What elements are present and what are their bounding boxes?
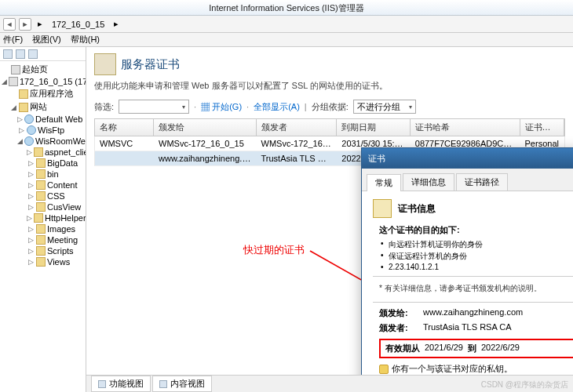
features-view-tab[interactable]: 功能视图 xyxy=(91,376,151,392)
tree-app-pools[interactable]: 应用程序池 xyxy=(0,87,86,100)
grid-cell: WMSVC xyxy=(95,136,154,151)
column-header[interactable]: 颁发给 xyxy=(154,119,257,136)
cert-note: 有关详细信息，请参考证书颁发机构的说明。 xyxy=(379,283,573,294)
folder-icon xyxy=(36,257,46,267)
tree-folder[interactable]: ▷CusView xyxy=(0,201,86,212)
content-pane: 服务器证书 使用此功能来申请和管理 Web 服务器可以对配置了 SSL 的网站使… xyxy=(86,47,573,392)
issued-to-row: 颁发给:www.zaihangzhineng.com xyxy=(379,307,573,319)
folder-icon xyxy=(36,235,46,245)
folder-icon xyxy=(19,103,28,112)
tree-folder[interactable]: ▷Content xyxy=(0,180,86,191)
folder-icon xyxy=(34,213,43,223)
cert-info-heading: 证书信息 xyxy=(398,202,436,216)
tree-start-page[interactable]: 起始页 xyxy=(0,63,86,76)
tree-server[interactable]: ◢172_16_0_15 (172_16_0_15 xyxy=(0,76,86,87)
window-titlebar: Internet Information Services (IIS)管理器 xyxy=(0,0,573,16)
cert-purpose-heading: 这个证书的目的如下: xyxy=(379,224,573,236)
filter-show-all[interactable]: 全部显示(A) xyxy=(254,101,300,113)
globe-icon xyxy=(27,125,36,135)
breadcrumb-arrow[interactable]: ▸ xyxy=(35,19,46,29)
breadcrumb-segment[interactable]: 172_16_0_15 xyxy=(49,20,108,29)
group-dropdown[interactable]: 不进行分组▾ xyxy=(353,100,416,114)
folder-icon xyxy=(36,180,46,190)
tree-site[interactable]: ▷Default Web Site xyxy=(0,114,86,125)
server-icon xyxy=(9,77,18,86)
address-bar: ◄ ► ▸ 172_16_0_15 ▸ xyxy=(0,16,573,33)
folder-icon xyxy=(36,246,46,256)
column-header[interactable]: 颁发者 xyxy=(257,119,338,136)
grid-cell: WMSvc-172_16_0_15 xyxy=(257,136,338,151)
private-key-note: 你有一个与该证书对应的私钥。 xyxy=(379,363,573,375)
page-description: 使用此功能来申请和管理 Web 服务器可以对配置了 SSL 的网站使用的证书。 xyxy=(86,78,573,98)
tree-folder[interactable]: ▷Meeting xyxy=(0,234,86,245)
server-certificates-icon xyxy=(94,53,116,75)
menu-view[interactable]: 视图(V) xyxy=(32,34,61,45)
dialog-titlebar[interactable]: 证书 ✕ xyxy=(362,148,573,169)
page-title: 服务器证书 xyxy=(121,57,180,72)
tree-folder[interactable]: ▷HttpHelper xyxy=(0,212,86,223)
sidebar-toolbar xyxy=(0,47,86,61)
tree-site[interactable]: ◢WisRoomWeb xyxy=(0,136,86,147)
cert-purpose-item: 向远程计算机证明你的身份 xyxy=(379,239,573,250)
cert-purpose-item: 2.23.140.1.2.1 xyxy=(379,263,573,271)
dialog-tabs: 常规 详细信息 证书路径 xyxy=(362,169,573,191)
folder-icon xyxy=(36,169,46,179)
tab-details[interactable]: 详细信息 xyxy=(403,173,454,191)
folder-icon xyxy=(34,147,43,157)
filter-go[interactable]: ▦ 开始(G) xyxy=(201,101,242,113)
connections-pane: 起始页 ◢172_16_0_15 (172_16_0_15 应用程序池 ◢网站 … xyxy=(0,47,86,392)
grid-cell: TrustAsia TLS RSA CA xyxy=(257,151,338,165)
tab-certpath[interactable]: 证书路径 xyxy=(456,173,508,191)
tree-folder[interactable]: ▷aspnet_client xyxy=(0,147,86,158)
filter-input[interactable]: ▾ xyxy=(119,100,189,114)
tree-sites[interactable]: ◢网站 xyxy=(0,100,86,114)
breadcrumb-arrow[interactable]: ▸ xyxy=(111,19,122,29)
menu-file[interactable]: 件(F) xyxy=(3,34,23,45)
dialog-body: 证书信息 这个证书的目的如下: 向远程计算机证明你的身份保证远程计算机的身份2.… xyxy=(362,191,573,392)
globe-icon xyxy=(24,114,34,124)
menu-help[interactable]: 帮助(H) xyxy=(71,34,100,45)
folder-icon xyxy=(19,89,28,99)
key-icon xyxy=(379,365,389,374)
tree-folder[interactable]: ▷Scripts xyxy=(0,245,86,256)
annotation-text: 快过期的证书 xyxy=(243,243,305,257)
folder-icon xyxy=(36,224,46,234)
tree-folder[interactable]: ▷bin xyxy=(0,169,86,180)
grid-icon xyxy=(98,380,106,388)
validity-period-highlight: 有效期从 2021/6/29 到 2022/6/29 xyxy=(379,339,573,358)
dialog-title: 证书 xyxy=(368,153,385,165)
certificate-dialog: 证书 ✕ 常规 详细信息 证书路径 证书信息 这个证书的目的如下: 向远程计算机… xyxy=(361,147,573,392)
home-icon xyxy=(11,65,20,74)
tree-folder[interactable]: ▷Views xyxy=(0,256,86,267)
globe-icon xyxy=(24,136,34,146)
certificate-icon xyxy=(373,199,392,218)
folder-icon xyxy=(36,202,46,212)
grid-cell: www.zaihangzhineng.com xyxy=(154,151,257,165)
folder-icon xyxy=(36,158,46,168)
stop-icon[interactable] xyxy=(28,49,38,59)
tab-general[interactable]: 常规 xyxy=(367,174,401,191)
column-header[interactable]: 证书存储 xyxy=(520,119,564,136)
connections-tree: 起始页 ◢172_16_0_15 (172_16_0_15 应用程序池 ◢网站 … xyxy=(0,61,86,269)
nav-fwd-button[interactable]: ► xyxy=(19,18,31,31)
column-header[interactable]: 名称 xyxy=(95,119,154,136)
grid-cell xyxy=(95,151,154,165)
watermark: CSDN @程序猿的杂货店 xyxy=(481,379,568,390)
grid-header[interactable]: 名称颁发给颁发者到期日期证书哈希证书存储 xyxy=(94,118,565,136)
issued-by-row: 颁发者:TrustAsia TLS RSA CA xyxy=(379,322,573,334)
tree-site[interactable]: ▷WisFtp xyxy=(0,125,86,136)
grid-cell: WMSvc-172_16_0_15 xyxy=(154,136,257,151)
column-header[interactable]: 证书哈希 xyxy=(411,119,520,136)
tree-folder[interactable]: ▷BigData xyxy=(0,158,86,169)
group-label: 分组依据: xyxy=(312,101,349,113)
column-header[interactable]: 到期日期 xyxy=(337,119,411,136)
refresh-icon[interactable] xyxy=(16,49,25,59)
tree-folder[interactable]: ▷Images xyxy=(0,223,86,234)
filter-label: 筛选: xyxy=(94,101,114,113)
tree-folder[interactable]: ▷CSS xyxy=(0,191,86,201)
connect-icon[interactable] xyxy=(3,49,13,59)
content-view-tab[interactable]: 内容视图 xyxy=(152,376,212,392)
nav-back-button[interactable]: ◄ xyxy=(3,18,16,31)
menu-bar: 件(F) 视图(V) 帮助(H) xyxy=(0,33,573,47)
folder-icon xyxy=(36,191,46,201)
